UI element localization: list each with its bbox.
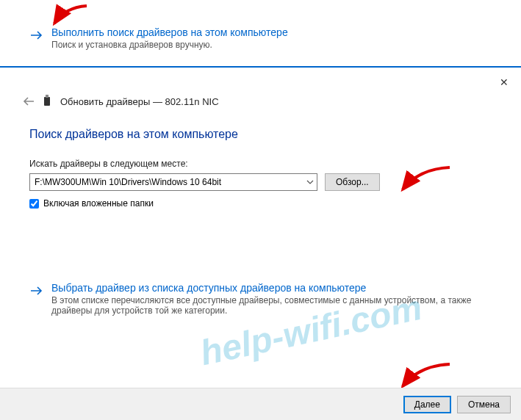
path-combobox[interactable]	[29, 173, 317, 191]
browse-button[interactable]: Обзор...	[325, 173, 380, 191]
option-title: Выполнить поиск драйверов на этом компью…	[51, 26, 288, 38]
include-subfolders-row[interactable]: Включая вложенные папки	[0, 191, 521, 209]
dialog-title: Обновить драйверы — 802.11n NIC	[60, 96, 219, 107]
device-name: 802.11n NIC	[165, 96, 219, 107]
dialog-footer: Далее Отмена	[0, 388, 521, 420]
title-prefix: Обновить драйверы —	[60, 96, 165, 107]
dialog-header: Обновить драйверы — 802.11n NIC	[0, 68, 521, 109]
pick-from-list-option[interactable]: Выбрать драйвер из списка доступных драй…	[0, 282, 521, 316]
path-input[interactable]	[30, 174, 303, 190]
option2-subtitle: В этом списке перечисляются все доступны…	[51, 295, 477, 316]
path-input-row: Обзор...	[29, 173, 521, 191]
include-subfolders-label: Включая вложенные папки	[43, 198, 154, 209]
section-title: Поиск драйверов на этом компьютере	[0, 109, 521, 141]
option2-title: Выбрать драйвер из списка доступных драй…	[51, 282, 477, 294]
include-subfolders-checkbox[interactable]	[29, 199, 39, 209]
svg-rect-1	[46, 95, 48, 98]
option2-text: Выбрать драйвер из списка доступных драй…	[51, 282, 477, 316]
cancel-button[interactable]: Отмена	[457, 396, 511, 413]
next-button[interactable]: Далее	[403, 396, 451, 413]
option-text: Выполнить поиск драйверов на этом компью…	[51, 26, 288, 50]
arrow-right-icon	[29, 283, 44, 298]
device-icon	[43, 94, 53, 109]
chevron-down-icon[interactable]	[303, 174, 317, 190]
path-field-block: Искать драйверы в следующем месте: Обзор…	[0, 141, 521, 191]
search-on-computer-option[interactable]: Выполнить поиск драйверов на этом компью…	[0, 0, 521, 57]
svg-rect-0	[44, 97, 50, 106]
path-label: Искать драйверы в следующем месте:	[29, 159, 521, 169]
close-button[interactable]: ✕	[493, 73, 515, 91]
option-subtitle: Поиск и установка драйверов вручную.	[51, 40, 288, 50]
arrow-right-icon	[29, 28, 44, 43]
back-arrow-icon[interactable]	[22, 95, 35, 108]
update-driver-dialog: ✕ Обновить драйверы — 802.11n NIC Поиск …	[0, 68, 521, 316]
